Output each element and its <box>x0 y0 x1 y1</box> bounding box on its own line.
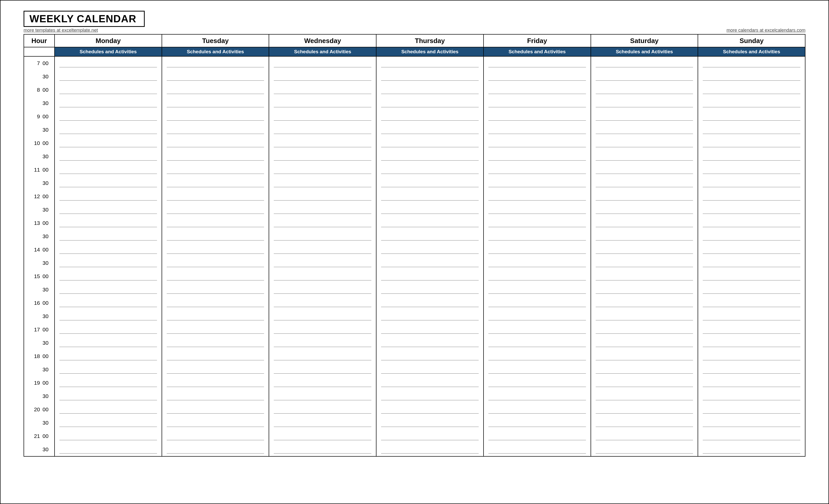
schedule-slot[interactable] <box>376 110 483 123</box>
schedule-slot[interactable] <box>484 283 590 296</box>
schedule-slot[interactable] <box>55 150 161 163</box>
schedule-slot[interactable] <box>484 296 590 310</box>
schedule-slot[interactable] <box>591 97 698 110</box>
schedule-slot[interactable] <box>162 110 269 123</box>
schedule-slot[interactable] <box>698 350 805 363</box>
schedule-slot[interactable] <box>55 110 161 123</box>
schedule-slot[interactable] <box>484 203 590 216</box>
schedule-slot[interactable] <box>484 256 590 270</box>
schedule-slot[interactable] <box>698 176 805 190</box>
schedule-slot[interactable] <box>698 230 805 243</box>
schedule-slot[interactable] <box>698 163 805 176</box>
schedule-slot[interactable] <box>484 243 590 256</box>
schedule-slot[interactable] <box>269 137 376 150</box>
schedule-slot[interactable] <box>55 323 161 336</box>
schedule-slot[interactable] <box>55 137 161 150</box>
schedule-slot[interactable] <box>55 283 161 296</box>
schedule-slot[interactable] <box>376 123 483 137</box>
schedule-slot[interactable] <box>269 270 376 283</box>
schedule-slot[interactable] <box>376 57 483 70</box>
schedule-slot[interactable] <box>376 443 483 456</box>
schedule-slot[interactable] <box>269 97 376 110</box>
schedule-slot[interactable] <box>591 230 698 243</box>
schedule-slot[interactable] <box>162 443 269 456</box>
schedule-slot[interactable] <box>698 390 805 403</box>
schedule-slot[interactable] <box>376 363 483 376</box>
schedule-slot[interactable] <box>376 283 483 296</box>
schedule-slot[interactable] <box>591 256 698 270</box>
schedule-slot[interactable] <box>376 403 483 416</box>
schedule-slot[interactable] <box>698 270 805 283</box>
schedule-slot[interactable] <box>55 429 161 443</box>
schedule-slot[interactable] <box>162 296 269 310</box>
schedule-slot[interactable] <box>269 443 376 456</box>
schedule-slot[interactable] <box>484 150 590 163</box>
schedule-slot[interactable] <box>591 363 698 376</box>
schedule-slot[interactable] <box>698 137 805 150</box>
schedule-slot[interactable] <box>376 203 483 216</box>
schedule-slot[interactable] <box>55 443 161 456</box>
schedule-slot[interactable] <box>591 70 698 83</box>
schedule-slot[interactable] <box>376 429 483 443</box>
schedule-slot[interactable] <box>698 57 805 70</box>
schedule-slot[interactable] <box>484 176 590 190</box>
schedule-slot[interactable] <box>484 83 590 97</box>
schedule-slot[interactable] <box>269 323 376 336</box>
schedule-slot[interactable] <box>162 416 269 429</box>
schedule-slot[interactable] <box>269 403 376 416</box>
schedule-slot[interactable] <box>484 57 590 70</box>
schedule-slot[interactable] <box>698 416 805 429</box>
schedule-slot[interactable] <box>162 336 269 350</box>
schedule-slot[interactable] <box>269 363 376 376</box>
schedule-slot[interactable] <box>591 323 698 336</box>
schedule-slot[interactable] <box>269 429 376 443</box>
schedule-slot[interactable] <box>376 190 483 203</box>
schedule-slot[interactable] <box>376 230 483 243</box>
schedule-slot[interactable] <box>162 150 269 163</box>
schedule-slot[interactable] <box>269 336 376 350</box>
schedule-slot[interactable] <box>591 270 698 283</box>
schedule-slot[interactable] <box>55 256 161 270</box>
schedule-slot[interactable] <box>269 296 376 310</box>
schedule-slot[interactable] <box>484 97 590 110</box>
schedule-slot[interactable] <box>269 376 376 390</box>
schedule-slot[interactable] <box>162 83 269 97</box>
schedule-slot[interactable] <box>484 70 590 83</box>
schedule-slot[interactable] <box>591 443 698 456</box>
schedule-slot[interactable] <box>698 203 805 216</box>
schedule-slot[interactable] <box>376 243 483 256</box>
schedule-slot[interactable] <box>269 350 376 363</box>
schedule-slot[interactable] <box>591 429 698 443</box>
schedule-slot[interactable] <box>269 203 376 216</box>
schedule-slot[interactable] <box>162 57 269 70</box>
schedule-slot[interactable] <box>162 256 269 270</box>
schedule-slot[interactable] <box>55 216 161 230</box>
schedule-slot[interactable] <box>376 137 483 150</box>
schedule-slot[interactable] <box>484 216 590 230</box>
schedule-slot[interactable] <box>162 283 269 296</box>
schedule-slot[interactable] <box>55 403 161 416</box>
schedule-slot[interactable] <box>55 350 161 363</box>
schedule-slot[interactable] <box>55 376 161 390</box>
schedule-slot[interactable] <box>698 70 805 83</box>
schedule-slot[interactable] <box>591 137 698 150</box>
schedule-slot[interactable] <box>484 310 590 323</box>
schedule-slot[interactable] <box>591 403 698 416</box>
schedule-slot[interactable] <box>591 216 698 230</box>
schedule-slot[interactable] <box>269 310 376 323</box>
schedule-slot[interactable] <box>269 216 376 230</box>
schedule-slot[interactable] <box>591 57 698 70</box>
schedule-slot[interactable] <box>698 443 805 456</box>
schedule-slot[interactable] <box>376 176 483 190</box>
schedule-slot[interactable] <box>269 110 376 123</box>
schedule-slot[interactable] <box>591 283 698 296</box>
schedule-slot[interactable] <box>484 443 590 456</box>
schedule-slot[interactable] <box>698 190 805 203</box>
schedule-slot[interactable] <box>376 416 483 429</box>
schedule-slot[interactable] <box>162 310 269 323</box>
schedule-slot[interactable] <box>269 70 376 83</box>
schedule-slot[interactable] <box>376 336 483 350</box>
schedule-slot[interactable] <box>698 216 805 230</box>
schedule-slot[interactable] <box>591 243 698 256</box>
schedule-slot[interactable] <box>55 270 161 283</box>
